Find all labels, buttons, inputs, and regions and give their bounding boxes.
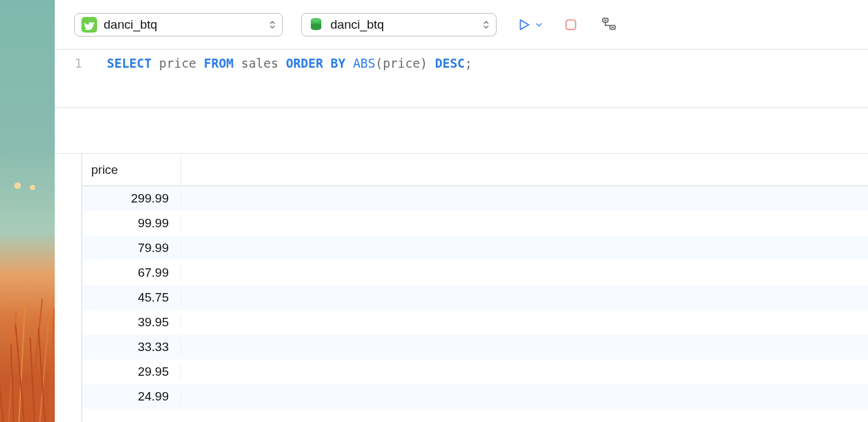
app-main: danci_btq danci_btq	[55, 0, 868, 422]
database-icon	[308, 17, 324, 33]
stop-button[interactable]	[562, 16, 580, 34]
run-dropdown-icon[interactable]	[536, 19, 542, 31]
svg-point-1	[311, 18, 321, 21]
database-label: danci_btq	[330, 18, 476, 32]
cell-price[interactable]: 29.95	[82, 365, 181, 379]
structure-button[interactable]	[600, 16, 618, 34]
cell-price[interactable]: 33.33	[82, 340, 181, 354]
table-row[interactable]: 33.33	[82, 335, 868, 359]
chevron-updown-icon	[269, 20, 276, 30]
keyword-desc: DESC	[435, 56, 465, 70]
keyword-select: SELECT	[107, 56, 152, 70]
keyword-order: ORDER	[286, 56, 323, 70]
cell-price[interactable]: 39.95	[82, 315, 181, 330]
semicolon: ;	[465, 56, 472, 70]
connection-icon	[81, 17, 97, 33]
paren-open: (	[375, 56, 383, 70]
results-rows: 299.9999.9979.9967.9945.7539.9533.3329.9…	[82, 186, 868, 409]
function-abs: ABS	[353, 56, 375, 70]
chevron-updown-icon	[483, 20, 489, 30]
table-row[interactable]: 79.99	[82, 236, 868, 260]
connection-selector[interactable]: danci_btq	[74, 13, 283, 36]
table-row[interactable]: 39.95	[82, 310, 868, 335]
table-row[interactable]: 24.99	[82, 384, 868, 409]
table-row[interactable]: 99.99	[82, 211, 868, 236]
column-name: price	[159, 56, 196, 70]
editor-results-separator	[55, 108, 868, 154]
run-button[interactable]	[515, 16, 533, 34]
sql-code[interactable]: SELECT price FROM sales ORDER BY ABS(pri…	[91, 49, 472, 107]
database-selector[interactable]: danci_btq	[301, 13, 497, 36]
cell-price[interactable]: 45.75	[82, 290, 181, 305]
table-row[interactable]: 67.99	[82, 260, 868, 285]
function-arg: price	[383, 56, 420, 70]
line-number-gutter: 1	[55, 49, 91, 107]
desktop-wallpaper	[0, 0, 55, 422]
sql-editor[interactable]: 1 SELECT price FROM sales ORDER BY ABS(p…	[55, 49, 868, 108]
connection-label: danci_btq	[104, 18, 263, 32]
cell-price[interactable]: 299.99	[82, 191, 181, 206]
table-row[interactable]: 29.95	[82, 359, 868, 384]
results-header-row: price	[82, 154, 868, 186]
row-number-gutter	[55, 154, 82, 422]
line-number: 1	[55, 56, 82, 70]
keyword-by: BY	[330, 56, 345, 70]
cell-price[interactable]: 99.99	[82, 216, 181, 231]
results-grid: price 299.9999.9979.9967.9945.7539.9533.…	[55, 154, 868, 422]
table-row[interactable]: 299.99	[82, 186, 868, 211]
toolbar-actions	[515, 16, 618, 34]
keyword-from: FROM	[204, 56, 234, 70]
toolbar: danci_btq danci_btq	[55, 0, 868, 49]
cell-price[interactable]: 24.99	[82, 389, 181, 404]
svg-rect-2	[566, 20, 576, 29]
cell-price[interactable]: 67.99	[82, 266, 181, 280]
table-name: sales	[241, 56, 278, 70]
cell-price[interactable]: 79.99	[82, 241, 181, 255]
column-header-price[interactable]: price	[82, 154, 181, 186]
paren-close: )	[420, 56, 427, 70]
table-row[interactable]: 45.75	[82, 285, 868, 310]
